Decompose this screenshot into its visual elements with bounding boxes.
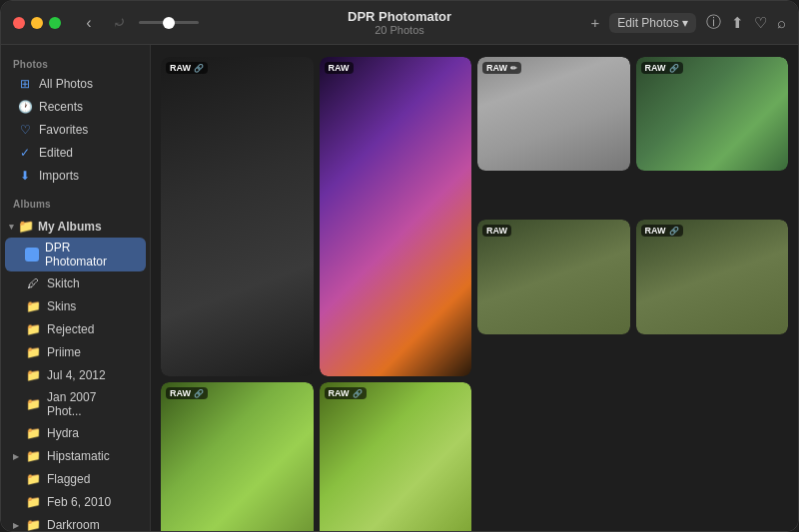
sidebar-item-hydra-label: Hydra: [47, 426, 79, 440]
photo-waterfall1[interactable]: RAW ✏: [477, 57, 630, 214]
sidebar-item-priime[interactable]: 📁 Priime: [5, 341, 146, 363]
photo-bridge[interactable]: RAW 🔗: [161, 57, 314, 376]
back-button[interactable]: ‹: [77, 11, 101, 35]
photo-grid-area: RAW 🔗 RAW: [151, 45, 798, 531]
nav-controls: ‹ ⤾: [77, 11, 131, 35]
sidebar-item-feb-2010[interactable]: 📁 Feb 6, 2010: [5, 491, 146, 513]
photo-bee1[interactable]: RAW 🔗: [161, 382, 314, 531]
sidebar-item-recents-label: Recents: [39, 100, 83, 114]
favorite-button[interactable]: ♡: [754, 14, 767, 32]
hydra-folder-icon: 📁: [25, 425, 41, 441]
titlebar: ‹ ⤾ DPR Photomator 20 Photos + Edit Phot…: [1, 1, 798, 45]
sidebar-item-priime-label: Priime: [47, 345, 81, 359]
sidebar-item-favorites[interactable]: ♡ Favorites: [5, 119, 146, 141]
photo-bee2[interactable]: RAW 🔗: [320, 382, 472, 531]
sidebar-item-jan-2007[interactable]: 📁 Jan 2007 Phot...: [5, 387, 146, 421]
sidebar-item-favorites-label: Favorites: [39, 123, 88, 137]
sidebar-item-hipstamatic-label: Hipstamatic: [47, 449, 110, 463]
sidebar-item-recents[interactable]: 🕐 Recents: [5, 96, 146, 118]
sidebar-item-skins[interactable]: 📁 Skins: [5, 295, 146, 317]
close-button[interactable]: [13, 17, 25, 29]
jul2012-folder-icon: 📁: [25, 367, 41, 383]
flagged-folder-icon: 📁: [25, 471, 41, 487]
edit-photos-button[interactable]: Edit Photos ▾: [609, 13, 696, 33]
hipstamatic-folder-icon: 📁: [25, 448, 41, 464]
photo-concert[interactable]: RAW: [320, 57, 472, 376]
feb2010-folder-icon: 📁: [25, 494, 41, 510]
imports-icon: ⬇: [17, 168, 33, 184]
link-icon-r2: 🔗: [669, 227, 679, 236]
my-albums-label: My Albums: [38, 220, 102, 234]
sidebar-item-rejected[interactable]: 📁 Rejected: [5, 318, 146, 340]
darkroom-folder-icon: 📁: [25, 517, 41, 531]
my-albums-chevron: ▾: [9, 222, 14, 232]
zoom-slider[interactable]: [139, 21, 199, 24]
sidebar-item-skitch[interactable]: 🖊 Skitch: [5, 272, 146, 294]
titlebar-actions: + Edit Photos ▾ ⓘ ⬆ ♡ ⌕: [591, 13, 786, 33]
sidebar-item-jul-2012[interactable]: 📁 Jul 4, 2012: [5, 364, 146, 386]
main-area: Photos ⊞ All Photos 🕐 Recents ♡ Favorite…: [1, 45, 798, 531]
sidebar-item-darkroom-label: Darkroom: [47, 518, 100, 531]
sidebar-item-darkroom[interactable]: ▶ 📁 Darkroom: [5, 514, 146, 531]
sidebar-item-skins-label: Skins: [47, 299, 76, 313]
hipstamatic-chevron: ▶: [13, 452, 19, 461]
all-photos-icon: ⊞: [17, 76, 33, 92]
sidebar-item-skitch-label: Skitch: [47, 276, 80, 290]
raw-badge-bridge: RAW 🔗: [166, 62, 208, 74]
rejected-folder-icon: 📁: [25, 321, 41, 337]
info-button[interactable]: ⓘ: [706, 13, 721, 32]
share-button[interactable]: ⬆: [731, 14, 744, 32]
link-icon-bee2: 🔗: [353, 389, 363, 398]
sidebar-item-all-photos[interactable]: ⊞ All Photos: [5, 73, 146, 95]
forward-button[interactable]: ⤾: [107, 11, 131, 35]
sidebar-item-flagged[interactable]: 📁 Flagged: [5, 468, 146, 490]
raw-text-concert: RAW: [329, 63, 350, 73]
my-albums-group[interactable]: ▾ 📁 My Albums: [1, 216, 150, 237]
add-button[interactable]: +: [591, 14, 600, 31]
my-albums-folder-icon: 📁: [18, 219, 34, 234]
search-button[interactable]: ⌕: [777, 14, 786, 31]
sidebar-item-hipstamatic[interactable]: ▶ 📁 Hipstamatic: [5, 445, 146, 467]
edited-icon: ✓: [17, 145, 33, 161]
sidebar-item-rejected-label: Rejected: [47, 322, 94, 336]
recents-icon: 🕐: [17, 99, 33, 115]
sidebar-item-flagged-label: Flagged: [47, 472, 90, 486]
app-window: ‹ ⤾ DPR Photomator 20 Photos + Edit Phot…: [0, 0, 799, 532]
sidebar-item-hydra[interactable]: 📁 Hydra: [5, 422, 146, 444]
window-title: DPR Photomator: [348, 9, 451, 24]
raw-badge-bee1: RAW 🔗: [166, 387, 208, 399]
raw-badge-r2: RAW 🔗: [641, 225, 683, 237]
raw-text-bee1: RAW: [170, 388, 191, 398]
dpr-photomator-icon: [25, 248, 39, 262]
sidebar: Photos ⊞ All Photos 🕐 Recents ♡ Favorite…: [1, 45, 151, 531]
sidebar-item-dpr-label: DPR Photomator: [45, 241, 134, 268]
link-icon-wf2: 🔗: [669, 64, 679, 73]
sidebar-item-edited[interactable]: ✓ Edited: [5, 142, 146, 164]
raw-text-bee2: RAW: [329, 388, 350, 398]
favorites-icon: ♡: [17, 122, 33, 138]
raw-badge-bee2: RAW 🔗: [325, 387, 367, 399]
sidebar-item-dpr-photomator[interactable]: DPR Photomator: [5, 238, 146, 271]
photo-reeds2[interactable]: RAW 🔗: [636, 220, 789, 376]
skitch-icon: 🖊: [25, 275, 41, 291]
window-title-area: DPR Photomator 20 Photos: [348, 9, 451, 36]
sidebar-item-imports[interactable]: ⬇ Imports: [5, 165, 146, 187]
raw-badge-concert: RAW: [325, 62, 354, 74]
sidebar-item-imports-label: Imports: [39, 169, 79, 183]
photo-waterfall2[interactable]: RAW 🔗: [636, 57, 789, 214]
raw-badge-wf2: RAW 🔗: [641, 62, 683, 74]
photos-section-label: Photos: [1, 53, 150, 72]
traffic-lights: [13, 17, 61, 29]
raw-text-wf2: RAW: [645, 63, 666, 73]
jan2007-folder-icon: 📁: [25, 396, 41, 412]
minimize-button[interactable]: [31, 17, 43, 29]
raw-text-wf1: RAW: [486, 63, 507, 73]
raw-badge-wf1: RAW ✏: [482, 62, 521, 74]
sidebar-item-feb-label: Feb 6, 2010: [47, 495, 111, 509]
photo-reeds1[interactable]: RAW: [477, 220, 630, 376]
sidebar-item-all-photos-label: All Photos: [39, 77, 93, 91]
raw-text: RAW: [170, 63, 191, 73]
skins-folder-icon: 📁: [25, 298, 41, 314]
darkroom-chevron: ▶: [13, 521, 19, 530]
maximize-button[interactable]: [49, 17, 61, 29]
